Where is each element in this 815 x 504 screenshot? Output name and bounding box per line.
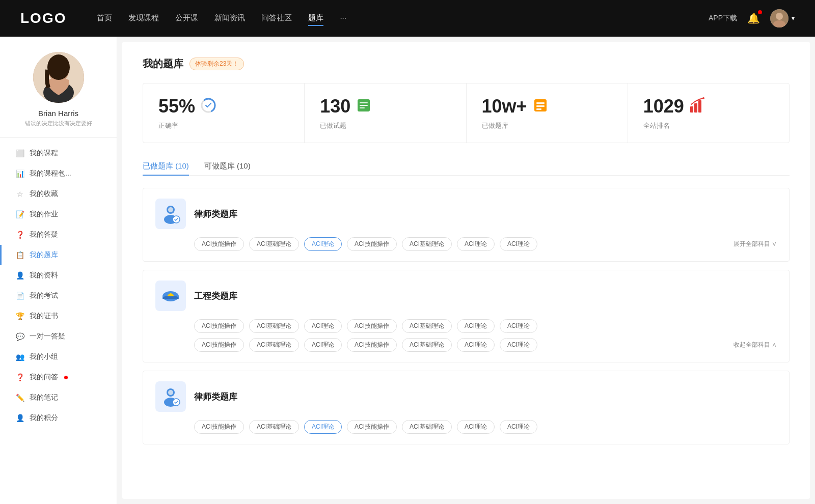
- qbank-name-lawyer-1: 律师类题库: [194, 208, 237, 220]
- eng-tag-3[interactable]: ACI技能操作: [347, 319, 397, 333]
- nav-news[interactable]: 新闻资讯: [214, 11, 245, 26]
- stat-top-done: 130: [320, 96, 450, 117]
- eng-tag-0[interactable]: ACI技能操作: [194, 319, 244, 333]
- profile-section: Brian Harris 错误的决定比没有决定要好: [0, 52, 117, 138]
- stat-label-rank: 全站排名: [643, 121, 774, 130]
- sidebar-item-certificate[interactable]: 🏆 我的证书: [0, 306, 117, 326]
- nav-more[interactable]: ···: [340, 11, 346, 26]
- sidebar-item-profile[interactable]: 👤 我的资料: [0, 265, 117, 286]
- tag-2[interactable]: ACI理论: [304, 237, 342, 251]
- eng-tag-2[interactable]: ACI理论: [304, 319, 342, 333]
- svg-rect-20: [698, 100, 701, 113]
- l2-tag-1[interactable]: ACI基础理论: [249, 420, 299, 434]
- lawyer-bank-icon-2: [155, 381, 186, 412]
- eng-tag-r2-5[interactable]: ACI理论: [457, 338, 495, 352]
- bank-icon: 📋: [15, 251, 24, 259]
- stat-value-banks: 10w+: [482, 96, 527, 117]
- stat-top-accuracy: 55%: [158, 96, 289, 117]
- sidebar-item-question-bank[interactable]: 📋 我的题库: [0, 245, 117, 265]
- eng-tag-r2-4[interactable]: ACI基础理论: [402, 338, 452, 352]
- stat-done-questions: 130 已做试题: [305, 83, 466, 143]
- l2-tag-0[interactable]: ACI技能操作: [194, 420, 244, 434]
- tag-3[interactable]: ACI技能操作: [347, 237, 397, 251]
- main-content: 我的题库 体验剩余23天！ 55% 正确: [122, 42, 810, 499]
- l2-tag-3[interactable]: ACI技能操作: [347, 420, 397, 434]
- profile-name: Brian Harris: [38, 109, 78, 118]
- sidebar-item-one-on-one[interactable]: 💬 一对一答疑: [0, 326, 117, 347]
- main-nav: 首页 发现课程 公开课 新闻资讯 问答社区 题库 ···: [97, 11, 709, 26]
- nav-question-bank[interactable]: 题库: [308, 11, 323, 26]
- tag-6[interactable]: ACI理论: [500, 237, 537, 251]
- page-layout: Brian Harris 错误的决定比没有决定要好 ⬜ 我的课程 📊 我的课程包…: [0, 37, 815, 504]
- notes-icon: ✏️: [15, 394, 24, 402]
- stat-value-accuracy: 55%: [158, 96, 195, 117]
- svg-rect-30: [177, 297, 179, 299]
- eng-tag-r2-3[interactable]: ACI技能操作: [347, 338, 397, 352]
- svg-rect-34: [169, 400, 172, 406]
- done-banks-icon: [532, 97, 549, 116]
- l2-tag-6[interactable]: ACI理论: [500, 420, 537, 434]
- notification-badge: [758, 10, 762, 14]
- svg-rect-16: [536, 105, 545, 107]
- sidebar-item-my-course[interactable]: ⬜ 我的课程: [0, 143, 117, 163]
- nav-discover[interactable]: 发现课程: [128, 11, 159, 26]
- l2-tag-2[interactable]: ACI理论: [304, 420, 342, 434]
- package-icon: 📊: [15, 170, 24, 178]
- sidebar-item-my-qa[interactable]: ❓ 我的问答: [0, 367, 117, 387]
- sidebar-item-homework[interactable]: 📝 我的作业: [0, 204, 117, 225]
- eng-tag-r2-0[interactable]: ACI技能操作: [194, 338, 244, 352]
- svg-rect-18: [690, 106, 693, 113]
- nav-qa[interactable]: 问答社区: [261, 11, 292, 26]
- profile-motto: 错误的决定比没有决定要好: [25, 120, 92, 127]
- eng-tag-r2-2[interactable]: ACI理论: [304, 338, 342, 352]
- tag-1[interactable]: ACI基础理论: [249, 237, 299, 251]
- notification-bell[interactable]: 🔔: [747, 12, 760, 24]
- tag-0[interactable]: ACI技能操作: [194, 237, 244, 251]
- eng-tag-r2-1[interactable]: ACI基础理论: [249, 338, 299, 352]
- sidebar-item-points[interactable]: 👤 我的积分: [0, 408, 117, 428]
- eng-tag-1[interactable]: ACI基础理论: [249, 319, 299, 333]
- cert-icon: 🏆: [15, 312, 24, 320]
- qa-icon: ❓: [15, 373, 24, 381]
- tag-5[interactable]: ACI理论: [457, 237, 495, 251]
- tag-4[interactable]: ACI基础理论: [402, 237, 452, 251]
- l2-tag-4[interactable]: ACI基础理论: [402, 420, 452, 434]
- l2-tag-5[interactable]: ACI理论: [457, 420, 495, 434]
- one-on-one-icon: 💬: [15, 332, 24, 341]
- avatar: [770, 9, 789, 27]
- svg-point-24: [168, 207, 173, 212]
- svg-point-21: [702, 97, 704, 99]
- sidebar-item-questions[interactable]: ❓ 我的答疑: [0, 225, 117, 245]
- user-avatar-menu[interactable]: ▾: [770, 9, 795, 27]
- tab-done-banks[interactable]: 已做题库 (10): [143, 157, 189, 175]
- stat-accuracy: 55% 正确率: [143, 83, 305, 143]
- sidebar-item-group[interactable]: 👥 我的小组: [0, 347, 117, 367]
- collapse-link[interactable]: 收起全部科目 ∧: [734, 341, 777, 349]
- sidebar-item-course-package[interactable]: 📊 我的课程包...: [0, 163, 117, 184]
- svg-rect-12: [360, 105, 368, 106]
- nav-open-course[interactable]: 公开课: [175, 11, 198, 26]
- qbank-section-engineer: 工程类题库 ACI技能操作 ACI基础理论 ACI理论 ACI技能操作 ACI基…: [143, 270, 790, 362]
- sidebar: Brian Harris 错误的决定比没有决定要好 ⬜ 我的课程 📊 我的课程包…: [0, 37, 117, 504]
- eng-tag-5[interactable]: ACI理论: [457, 319, 495, 333]
- eng-tag-r2-6[interactable]: ACI理论: [500, 338, 537, 352]
- qbank-header-engineer: 工程类题库: [155, 281, 777, 311]
- svg-point-1: [776, 13, 783, 20]
- course-icon: ⬜: [15, 149, 24, 157]
- sidebar-item-notes[interactable]: ✏️ 我的笔记: [0, 387, 117, 408]
- eng-tag-6[interactable]: ACI理论: [500, 319, 537, 333]
- svg-rect-29: [162, 297, 165, 299]
- svg-rect-25: [169, 217, 172, 223]
- eng-tag-4[interactable]: ACI基础理论: [402, 319, 452, 333]
- app-download-button[interactable]: APP下载: [709, 14, 737, 23]
- nav-home[interactable]: 首页: [97, 11, 112, 26]
- tab-available-banks[interactable]: 可做题库 (10): [204, 157, 251, 175]
- sidebar-item-favorites[interactable]: ☆ 我的收藏: [0, 184, 117, 204]
- group-icon: 👥: [15, 353, 24, 361]
- trial-badge: 体验剩余23天！: [189, 58, 244, 70]
- star-icon: ☆: [15, 190, 24, 198]
- qbank-section-lawyer-1: 律师类题库 ACI技能操作 ACI基础理论 ACI理论 ACI技能操作 ACI基…: [143, 188, 790, 262]
- expand-link-1[interactable]: 展开全部科目 ∨: [734, 240, 777, 248]
- sidebar-item-exam[interactable]: 📄 我的考试: [0, 286, 117, 306]
- stats-row: 55% 正确率 130: [143, 83, 790, 143]
